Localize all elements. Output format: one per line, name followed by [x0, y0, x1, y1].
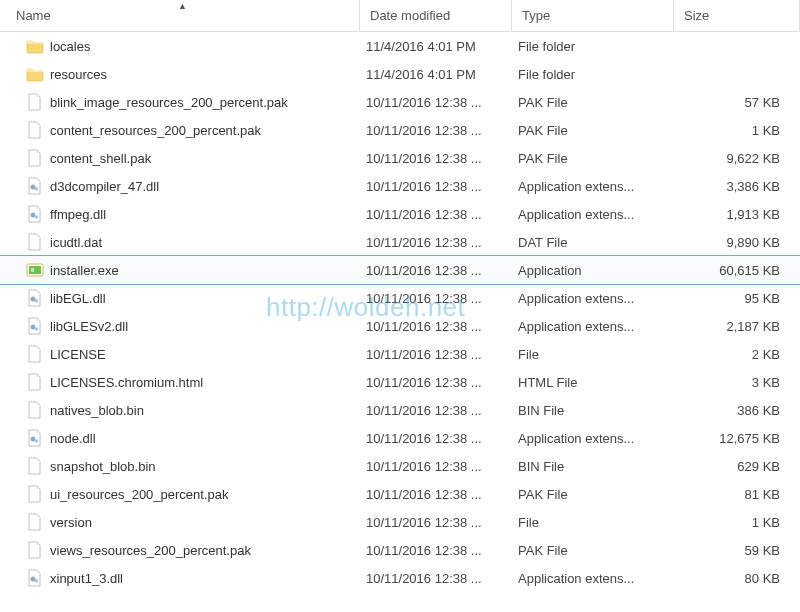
file-name: views_resources_200_percent.pak [50, 543, 251, 558]
file-type: Application extens... [512, 207, 674, 222]
file-type: PAK File [512, 123, 674, 138]
svg-point-8 [35, 299, 39, 303]
file-icon [26, 121, 44, 139]
file-row[interactable]: views_resources_200_percent.pak10/11/201… [0, 536, 800, 564]
column-label: Size [684, 8, 709, 23]
file-date: 11/4/2016 4:01 PM [360, 67, 512, 82]
dll-icon [26, 177, 44, 195]
file-date: 10/11/2016 12:38 ... [360, 543, 512, 558]
file-type: Application extens... [512, 319, 674, 334]
file-row[interactable]: resources11/4/2016 4:01 PMFile folder [0, 60, 800, 88]
file-type: Application extens... [512, 571, 674, 586]
file-row[interactable]: icudtl.dat10/11/2016 12:38 ...DAT File9,… [0, 228, 800, 256]
file-name-cell: content_shell.pak [20, 149, 360, 167]
file-type: File [512, 347, 674, 362]
file-date: 10/11/2016 12:38 ... [360, 319, 512, 334]
file-row[interactable]: LICENSES.chromium.html10/11/2016 12:38 .… [0, 368, 800, 396]
column-header-date[interactable]: Date modified [360, 0, 512, 31]
file-name: xinput1_3.dll [50, 571, 123, 586]
file-type: Application extens... [512, 179, 674, 194]
file-type: PAK File [512, 487, 674, 502]
file-type: Application extens... [512, 291, 674, 306]
file-name: blink_image_resources_200_percent.pak [50, 95, 288, 110]
svg-rect-5 [29, 266, 41, 274]
dll-icon [26, 569, 44, 587]
file-date: 10/11/2016 12:38 ... [360, 151, 512, 166]
file-row[interactable]: natives_blob.bin10/11/2016 12:38 ...BIN … [0, 396, 800, 424]
svg-point-1 [35, 187, 39, 191]
exe-icon [26, 261, 44, 279]
file-row[interactable]: ui_resources_200_percent.pak10/11/2016 1… [0, 480, 800, 508]
file-name: libGLESv2.dll [50, 319, 128, 334]
file-name: ui_resources_200_percent.pak [50, 487, 229, 502]
file-type: BIN File [512, 403, 674, 418]
file-icon [26, 93, 44, 111]
file-date: 10/11/2016 12:38 ... [360, 291, 512, 306]
file-size: 2 KB [674, 347, 800, 362]
dll-icon [26, 317, 44, 335]
file-name: snapshot_blob.bin [50, 459, 156, 474]
file-size: 2,187 KB [674, 319, 800, 334]
file-size: 95 KB [674, 291, 800, 306]
file-row[interactable]: node.dll10/11/2016 12:38 ...Application … [0, 424, 800, 452]
file-row[interactable]: content_resources_200_percent.pak10/11/2… [0, 116, 800, 144]
folder-icon [26, 37, 44, 55]
file-name-cell: natives_blob.bin [20, 401, 360, 419]
file-date: 10/11/2016 12:38 ... [360, 375, 512, 390]
file-name-cell: icudtl.dat [20, 233, 360, 251]
file-row[interactable]: libEGL.dll10/11/2016 12:38 ...Applicatio… [0, 284, 800, 312]
file-date: 10/11/2016 12:38 ... [360, 487, 512, 502]
file-date: 10/11/2016 12:38 ... [360, 515, 512, 530]
column-header-type[interactable]: Type [512, 0, 674, 31]
file-row[interactable]: installer.exe10/11/2016 12:38 ...Applica… [0, 256, 800, 284]
column-header-row: Name ▲ Date modified Type Size [0, 0, 800, 32]
file-name: ffmpeg.dll [50, 207, 106, 222]
file-row[interactable]: ffmpeg.dll10/11/2016 12:38 ...Applicatio… [0, 200, 800, 228]
file-row[interactable]: d3dcompiler_47.dll10/11/2016 12:38 ...Ap… [0, 172, 800, 200]
file-type: HTML File [512, 375, 674, 390]
file-name: LICENSES.chromium.html [50, 375, 203, 390]
file-row[interactable]: blink_image_resources_200_percent.pak10/… [0, 88, 800, 116]
file-icon [26, 485, 44, 503]
file-size: 9,890 KB [674, 235, 800, 250]
dll-icon [26, 205, 44, 223]
sort-ascending-icon: ▲ [178, 1, 187, 11]
file-row[interactable]: xinput1_3.dll10/11/2016 12:38 ...Applica… [0, 564, 800, 592]
column-header-name[interactable]: Name ▲ [0, 0, 360, 31]
file-row[interactable]: libGLESv2.dll10/11/2016 12:38 ...Applica… [0, 312, 800, 340]
file-date: 10/11/2016 12:38 ... [360, 235, 512, 250]
file-size: 9,622 KB [674, 151, 800, 166]
file-row[interactable]: LICENSE10/11/2016 12:38 ...File2 KB [0, 340, 800, 368]
file-size: 80 KB [674, 571, 800, 586]
file-size: 386 KB [674, 403, 800, 418]
file-icon [26, 373, 44, 391]
file-date: 10/11/2016 12:38 ... [360, 263, 512, 278]
file-icon [26, 457, 44, 475]
file-name-cell: content_resources_200_percent.pak [20, 121, 360, 139]
column-header-size[interactable]: Size [674, 0, 800, 31]
file-name: natives_blob.bin [50, 403, 144, 418]
file-type: PAK File [512, 543, 674, 558]
file-date: 10/11/2016 12:38 ... [360, 123, 512, 138]
file-row[interactable]: content_shell.pak10/11/2016 12:38 ...PAK… [0, 144, 800, 172]
file-name-cell: node.dll [20, 429, 360, 447]
file-name: version [50, 515, 92, 530]
file-name: icudtl.dat [50, 235, 102, 250]
file-name-cell: blink_image_resources_200_percent.pak [20, 93, 360, 111]
file-name-cell: installer.exe [20, 261, 360, 279]
file-date: 10/11/2016 12:38 ... [360, 403, 512, 418]
file-size: 57 KB [674, 95, 800, 110]
svg-point-14 [35, 579, 39, 583]
file-size: 3,386 KB [674, 179, 800, 194]
file-date: 10/11/2016 12:38 ... [360, 459, 512, 474]
file-date: 11/4/2016 4:01 PM [360, 39, 512, 54]
file-row[interactable]: snapshot_blob.bin10/11/2016 12:38 ...BIN… [0, 452, 800, 480]
file-name: LICENSE [50, 347, 106, 362]
file-row[interactable]: version10/11/2016 12:38 ...File1 KB [0, 508, 800, 536]
file-name-cell: ui_resources_200_percent.pak [20, 485, 360, 503]
file-name-cell: snapshot_blob.bin [20, 457, 360, 475]
file-type: BIN File [512, 459, 674, 474]
file-icon [26, 541, 44, 559]
file-row[interactable]: locales11/4/2016 4:01 PMFile folder [0, 32, 800, 60]
file-list: locales11/4/2016 4:01 PMFile folderresou… [0, 32, 800, 592]
